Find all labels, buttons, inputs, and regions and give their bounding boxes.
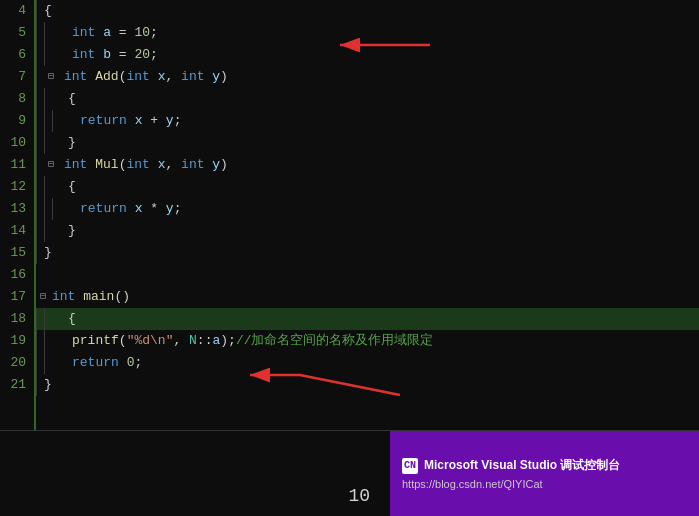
- code-editor: 4 5 6 7 8 9 10 11 12 13 14 15 16 17 18 1…: [0, 0, 699, 430]
- code-line-21: }: [36, 374, 699, 396]
- line-num-20: 20: [0, 352, 26, 374]
- line-num-5: 5: [0, 22, 26, 44]
- line-num-18: 18: [0, 308, 26, 330]
- code-line-11: ⊟ int Mul ( int x , int y ): [36, 154, 699, 176]
- bottom-left: 10: [0, 431, 390, 516]
- ms-vs-icon: CN: [402, 458, 418, 474]
- line-num-15: 15: [0, 242, 26, 264]
- bottom-bar: 10 CN Microsoft Visual Studio 调试控制台 http…: [0, 430, 699, 516]
- collapse-11[interactable]: ⊟: [44, 158, 58, 172]
- line-num-19: 19: [0, 330, 26, 352]
- line-num-17: 17: [0, 286, 26, 308]
- line-num-6: 6: [0, 44, 26, 66]
- line-num-12: 12: [0, 176, 26, 198]
- code-line-14: }: [36, 220, 699, 242]
- ms-icon-label: CN: [404, 460, 416, 471]
- code-line-6: int b = 20 ;: [36, 44, 699, 66]
- line-num-16: 16: [0, 264, 26, 286]
- code-line-17: ⊟ int main (): [36, 286, 699, 308]
- code-line-12: {: [36, 176, 699, 198]
- collapse-7[interactable]: ⊟: [44, 70, 58, 84]
- code-line-10: }: [36, 132, 699, 154]
- code-line-5: int a = 10 ;: [36, 22, 699, 44]
- collapse-17[interactable]: ⊟: [36, 290, 50, 304]
- tooltip-panel[interactable]: CN Microsoft Visual Studio 调试控制台 https:/…: [390, 431, 699, 516]
- ms-title: Microsoft Visual Studio 调试控制台: [424, 457, 620, 474]
- line-num-21: 21: [0, 374, 26, 396]
- line-num-14: 14: [0, 220, 26, 242]
- line-num-9: 9: [0, 110, 26, 132]
- code-line-8: {: [36, 88, 699, 110]
- ms-url: https://blog.csdn.net/QIYICat: [402, 478, 687, 490]
- line-num-13: 13: [0, 198, 26, 220]
- code-line-18: {: [36, 308, 699, 330]
- line-num-8: 8: [0, 88, 26, 110]
- code-line-20: return 0 ;: [36, 352, 699, 374]
- code-line-16: [36, 264, 699, 286]
- code-content: { int a = 10 ; int b = 20 ;: [36, 0, 699, 430]
- code-line-7: ⊟ int Add ( int x , int y ): [36, 66, 699, 88]
- line-numbers: 4 5 6 7 8 9 10 11 12 13 14 15 16 17 18 1…: [0, 0, 36, 430]
- code-line-9: return x + y ;: [36, 110, 699, 132]
- line-num-11: 11: [0, 154, 26, 176]
- line-num-4: 4: [0, 0, 26, 22]
- line-num-10: 10: [0, 132, 26, 154]
- line-num-7: 7: [0, 66, 26, 88]
- line-count: 10: [348, 486, 370, 506]
- code-line-13: return x * y ;: [36, 198, 699, 220]
- code-line-19: printf ( "%d\n" , N :: a ); //加命名空间的名称及作…: [36, 330, 699, 352]
- ms-title-bar: CN Microsoft Visual Studio 调试控制台: [402, 457, 687, 474]
- code-line-4: {: [36, 0, 699, 22]
- code-line-15: }: [36, 242, 699, 264]
